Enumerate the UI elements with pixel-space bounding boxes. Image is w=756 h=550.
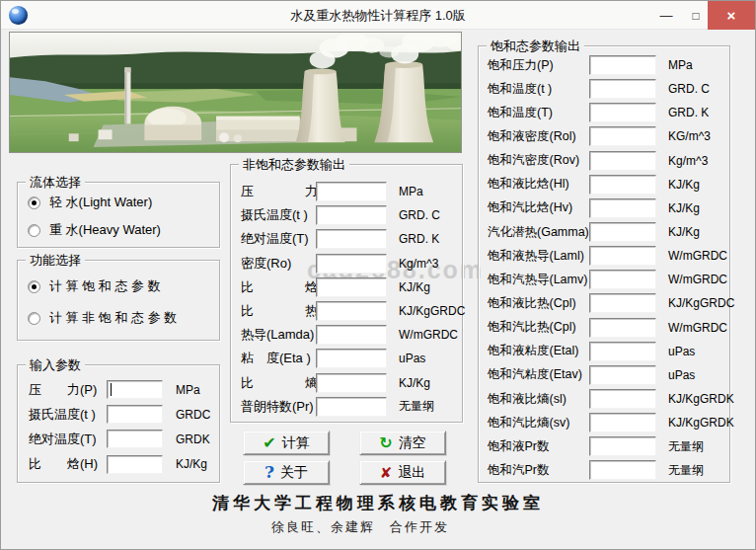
- output-param-row: 饱和液密度(Rol) KG/m^3: [488, 124, 729, 148]
- close-button[interactable]: ×: [708, 1, 755, 30]
- param-label: 压 力(P): [29, 381, 107, 399]
- unit-label: W/mGRDC: [668, 321, 727, 335]
- param-input-field[interactable]: [107, 455, 163, 474]
- unit-label: KG/m^3: [668, 129, 711, 143]
- output-param-row: 饱和汽粘度(Etav) uPas: [488, 363, 729, 387]
- unit-label: uPas: [668, 345, 695, 358]
- saturated-output-group: 饱和态参数输出 饱和压力(P) MPa 饱和温度(t ) GRD. C 饱和温度…: [478, 45, 730, 483]
- nuclear-plant-photo: [9, 32, 462, 153]
- param-output-field[interactable]: [316, 349, 387, 368]
- button-label: 关于: [280, 464, 308, 482]
- refresh-icon: ↻: [379, 435, 392, 451]
- param-label: 饱和液密度(Rol): [488, 128, 589, 145]
- param-output-field[interactable]: [316, 301, 387, 321]
- param-output-field[interactable]: [589, 246, 656, 266]
- calculate-button[interactable]: ✔ 计算: [243, 431, 330, 455]
- saturated-group-title: 饱和态参数输出: [487, 39, 584, 53]
- param-label: 汽化潜热(Gamma): [488, 224, 589, 241]
- function-select-group: 功能选择 计 算 饱 和 态 参 数 计 算 非 饱 和 态 参 数: [17, 260, 220, 341]
- output-param-row: 饱和温度(t ) GRD. C: [488, 77, 729, 101]
- unit-label: KJ/KgGRDK: [668, 416, 734, 430]
- input-group-title: 输入参数: [26, 357, 85, 372]
- function-radio-option[interactable]: 计 算 非 饱 和 态 参 数: [28, 302, 215, 334]
- param-input-field[interactable]: [107, 380, 163, 399]
- param-output-field[interactable]: [316, 373, 387, 393]
- param-output-field[interactable]: [589, 436, 656, 456]
- output-param-row: 饱和压力(P) MPa: [488, 53, 729, 77]
- param-output-field[interactable]: [316, 325, 387, 345]
- function-radio-option[interactable]: 计 算 饱 和 态 参 数: [28, 271, 215, 302]
- clear-button[interactable]: ↻ 清空: [359, 431, 446, 455]
- unit-label: KJ/Kg: [668, 225, 700, 239]
- fluid-radio-option[interactable]: 重 水(Heavy Water): [28, 216, 215, 244]
- param-output-field[interactable]: [589, 151, 656, 171]
- output-param-row: 比 热(Cp) KJ/KgGRDC: [241, 299, 462, 323]
- param-output-field[interactable]: [589, 198, 656, 218]
- param-output-field[interactable]: [589, 293, 656, 313]
- param-label: 摄氏温度(t ): [29, 406, 107, 424]
- param-output-field[interactable]: [589, 460, 656, 480]
- param-output-field[interactable]: [316, 254, 387, 274]
- unit-label: W/mGRDC: [668, 273, 727, 286]
- fluid-select-group: 流体选择 轻 水(Light Water) 重 水(Heavy Water): [17, 182, 220, 248]
- lab-credit-line: 清华大学工程物理系核电教育实验室: [1, 492, 755, 514]
- radio-button-icon[interactable]: [28, 224, 40, 237]
- param-output-field[interactable]: [589, 270, 656, 289]
- param-output-field[interactable]: [316, 182, 387, 201]
- maximize-button[interactable]: □: [682, 1, 710, 30]
- fluid-radio-option[interactable]: 轻 水(Light Water): [28, 189, 215, 216]
- param-label: 饱和汽热导(Lamv): [488, 272, 589, 288]
- unit-label: Kg/m^3: [399, 257, 438, 271]
- input-param-row: 压 力(P) MPa: [29, 377, 219, 402]
- param-output-field[interactable]: [316, 277, 387, 297]
- output-param-row: 饱和汽比焓(Hv) KJ/Kg: [488, 196, 729, 220]
- unit-label: MPa: [668, 58, 693, 72]
- param-output-field[interactable]: [316, 205, 387, 225]
- unit-label: 无量纲: [399, 398, 434, 415]
- param-output-field[interactable]: [589, 175, 656, 195]
- param-label: 饱和压力(P): [488, 57, 589, 74]
- param-label: 摄氏温度(t ): [241, 206, 316, 224]
- param-output-field[interactable]: [589, 365, 656, 385]
- param-label: 饱和汽比熵(sv): [488, 415, 589, 432]
- param-label: 饱和汽比热(Cpl): [488, 319, 589, 336]
- question-mark-icon: ?: [265, 464, 274, 481]
- param-output-field[interactable]: [589, 126, 656, 146]
- param-label: 绝对温度(T): [241, 230, 316, 248]
- param-label: 粘 度(Eta ): [241, 350, 316, 367]
- radio-label: 重 水(Heavy Water): [49, 221, 161, 239]
- param-output-field[interactable]: [589, 318, 656, 338]
- param-output-field[interactable]: [589, 389, 656, 409]
- radio-button-icon[interactable]: [28, 196, 40, 209]
- output-param-row: 普朗特数(Pr) 无量纲: [241, 395, 462, 419]
- param-output-field[interactable]: [589, 222, 656, 242]
- unit-label: KJ/Kg: [399, 376, 430, 390]
- param-label: 压 力(P): [241, 183, 316, 200]
- minimize-button[interactable]: —: [652, 1, 680, 30]
- param-output-field[interactable]: [589, 342, 656, 361]
- unit-label: GRD. K: [399, 232, 439, 246]
- output-param-row: 饱和汽比熵(sv) KJ/KgGRDK: [488, 411, 729, 434]
- param-output-field[interactable]: [589, 55, 656, 75]
- output-param-row: 汽化潜热(Gamma) KJ/Kg: [488, 220, 729, 244]
- unit-label: 无量纲: [668, 462, 704, 479]
- radio-button-icon[interactable]: [28, 280, 40, 293]
- param-input-field[interactable]: [107, 405, 163, 424]
- param-output-field[interactable]: [316, 397, 387, 417]
- output-param-row: 饱和汽热导(Lamv) W/mGRDC: [488, 268, 729, 291]
- param-output-field[interactable]: [316, 229, 387, 249]
- param-output-field[interactable]: [589, 79, 656, 99]
- unit-label: GRDC: [176, 408, 210, 422]
- unit-label: KJ/KgGRDC: [399, 304, 465, 318]
- window-title: 水及重水热物性计算程序 1.0版: [1, 7, 755, 25]
- output-param-row: 饱和液比焓(Hl) KJ/Kg: [488, 173, 729, 196]
- about-button[interactable]: ? 关于: [243, 460, 330, 485]
- exit-button[interactable]: ✘ 退出: [359, 460, 446, 485]
- radio-button-icon[interactable]: [28, 312, 40, 325]
- output-param-row: 比 熵(s) KJ/Kg: [241, 371, 462, 395]
- x-mark-icon: ✘: [380, 465, 393, 480]
- param-output-field[interactable]: [589, 413, 656, 432]
- param-input-field[interactable]: [107, 430, 163, 448]
- param-output-field[interactable]: [589, 103, 656, 122]
- param-label: 饱和液Pr数: [488, 438, 589, 455]
